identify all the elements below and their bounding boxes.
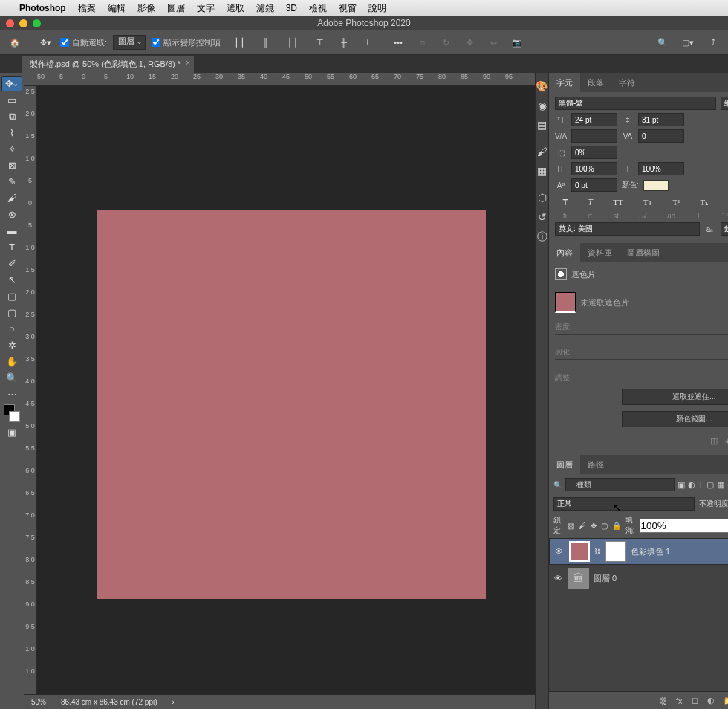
sigma-icon[interactable]: σ <box>588 212 592 221</box>
italic-icon[interactable]: T <box>588 198 593 207</box>
filter-text-icon[interactable]: T <box>698 480 703 489</box>
info-panel-icon[interactable]: ⓘ <box>537 230 547 244</box>
superscript-icon[interactable]: T¹ <box>673 198 680 207</box>
type-tool[interactable]: T <box>1 239 22 255</box>
swash-icon[interactable]: 𝒜 <box>640 212 646 221</box>
link-icon[interactable]: ⛓ <box>594 548 601 555</box>
density-slider[interactable]: 密度: <box>555 319 728 338</box>
visibility-icon[interactable]: 👁 <box>552 574 564 583</box>
app-name[interactable]: Photoshop <box>19 3 66 13</box>
tab-properties[interactable]: 內容 <box>549 243 580 262</box>
move-tool[interactable]: ✥ <box>1 76 22 91</box>
tab-layers[interactable]: 圖層 <box>549 455 580 474</box>
frame-tool[interactable]: ⊠ <box>1 158 22 173</box>
swatches-panel-icon[interactable]: ◉ <box>538 100 547 111</box>
font-size-input[interactable] <box>571 113 617 126</box>
crop-tool[interactable]: ⧉ <box>1 109 22 124</box>
foreground-background-colors[interactable] <box>1 403 22 424</box>
home-button[interactable]: 🏠 <box>6 33 24 51</box>
zoom-tool[interactable]: 🔍 <box>1 370 22 386</box>
add-mask-icon[interactable]: ◻ <box>692 696 698 705</box>
menu-image[interactable]: 影像 <box>137 2 155 15</box>
zoom-window-icon[interactable] <box>33 19 41 27</box>
blend-mode-select[interactable] <box>553 497 695 511</box>
subscript-icon[interactable]: T₁ <box>701 198 709 207</box>
ellipse-tool[interactable]: ○ <box>1 321 22 337</box>
text-color-swatch[interactable] <box>643 180 669 191</box>
lock-transparency-icon[interactable]: ▨ <box>568 522 574 530</box>
libraries-panel-icon[interactable]: ⬡ <box>538 192 547 204</box>
align-right-icon[interactable]: ▕▕ <box>281 33 299 51</box>
layer-row[interactable]: 👁 🏛 圖層 0 <box>549 565 728 592</box>
vert-scale-input[interactable] <box>571 162 617 175</box>
menu-view[interactable]: 檢視 <box>309 2 327 15</box>
quick-mask-tool[interactable]: ▣ <box>1 424 22 440</box>
spot-heal-tool[interactable]: ⊗ <box>1 207 22 222</box>
leading-input[interactable] <box>638 113 684 126</box>
layer-name[interactable]: 圖層 0 <box>594 573 617 584</box>
align-center-h-icon[interactable]: ║ <box>257 33 275 51</box>
doc-dimensions[interactable]: 86.43 cm x 86.43 cm (72 ppi) <box>61 698 157 706</box>
new-group-icon[interactable]: 📁 <box>724 696 728 705</box>
bold-icon[interactable]: T <box>563 198 568 207</box>
tab-paths[interactable]: 路徑 <box>580 455 611 474</box>
search-icon[interactable]: 🔍 <box>654 33 672 51</box>
menu-3d[interactable]: 3D <box>286 3 297 13</box>
font-family-select[interactable] <box>555 97 716 110</box>
close-window-icon[interactable] <box>6 19 14 27</box>
filter-shape-icon[interactable]: ▢ <box>706 480 714 490</box>
more-options-icon[interactable]: ••• <box>389 33 407 51</box>
menu-select[interactable]: 選取 <box>227 2 244 15</box>
layer-thumbnail[interactable]: 🏛 <box>568 568 589 589</box>
status-menu-icon[interactable]: › <box>172 698 175 706</box>
share-icon[interactable]: ⤴ <box>704 33 722 51</box>
show-transform-checkbox[interactable]: 顯示變形控制項 <box>152 37 221 48</box>
adjustment-layer-icon[interactable]: ◐ <box>707 696 715 705</box>
tab-character[interactable]: 字元 <box>549 73 580 92</box>
background-color-swatch[interactable] <box>9 411 20 422</box>
history-panel-icon[interactable]: ↺ <box>538 211 547 223</box>
zoom-level[interactable]: 50% <box>31 698 46 706</box>
lock-position-icon[interactable]: ✥ <box>591 522 597 530</box>
align-top-icon[interactable]: ⊤ <box>311 33 329 51</box>
menu-filter[interactable]: 濾鏡 <box>256 2 274 15</box>
invert-mask-icon[interactable]: ◈ <box>725 436 728 446</box>
layer-filter-select[interactable] <box>565 478 675 491</box>
smallcaps-icon[interactable]: Tᴛ <box>643 198 653 207</box>
align-left-icon[interactable]: ▏▏ <box>233 33 251 51</box>
lasso-tool[interactable]: ⌇ <box>1 125 22 140</box>
auto-select-target[interactable]: 圖層 <box>113 35 146 50</box>
path-select-tool[interactable]: ↖ <box>1 272 22 288</box>
menu-layer[interactable]: 圖層 <box>167 2 185 15</box>
visibility-icon[interactable]: 👁 <box>553 547 565 556</box>
allcaps-icon[interactable]: TT <box>613 198 623 207</box>
menu-type[interactable]: 文字 <box>197 2 215 15</box>
mask-thumbnail[interactable] <box>605 541 626 562</box>
lock-all-icon[interactable]: 🔒 <box>612 522 621 530</box>
scale-input[interactable] <box>571 146 617 159</box>
filter-image-icon[interactable]: ▣ <box>677 480 685 490</box>
brushes-panel-icon[interactable]: 🖌 <box>537 146 547 158</box>
align-bottom-icon[interactable]: ⊥ <box>359 33 377 51</box>
edit-toolbar[interactable]: ⋯ <box>1 386 22 402</box>
mask-from-selection-icon[interactable]: ◫ <box>710 436 718 446</box>
workspace-icon[interactable]: ▢▾ <box>679 33 697 51</box>
horz-scale-input[interactable] <box>638 162 684 175</box>
lock-pixels-icon[interactable]: 🖌 <box>579 522 586 530</box>
magic-wand-tool[interactable]: ✧ <box>1 141 22 157</box>
canvas-stage[interactable] <box>37 86 535 694</box>
lock-artboard-icon[interactable]: ▢ <box>601 522 608 530</box>
fx-icon[interactable]: fx <box>676 696 683 705</box>
ordinals-icon[interactable]: T <box>696 212 701 221</box>
fi-icon[interactable]: fi <box>563 212 567 221</box>
tab-libraries[interactable]: 資料庫 <box>580 243 620 262</box>
marquee-tool[interactable]: ▭ <box>1 92 22 108</box>
tracking-input[interactable] <box>638 129 684 143</box>
menu-window[interactable]: 視窗 <box>339 2 357 15</box>
tab-glyphs[interactable]: 字符 <box>611 73 643 92</box>
link-layers-icon[interactable]: ⛓ <box>659 696 667 705</box>
layer-name[interactable]: 色彩填色 1 <box>631 546 670 557</box>
menu-help[interactable]: 說明 <box>368 2 386 15</box>
color-range-button[interactable]: 顏色範圍... <box>622 411 728 427</box>
custom-shape-tool[interactable]: ✲ <box>1 337 22 353</box>
